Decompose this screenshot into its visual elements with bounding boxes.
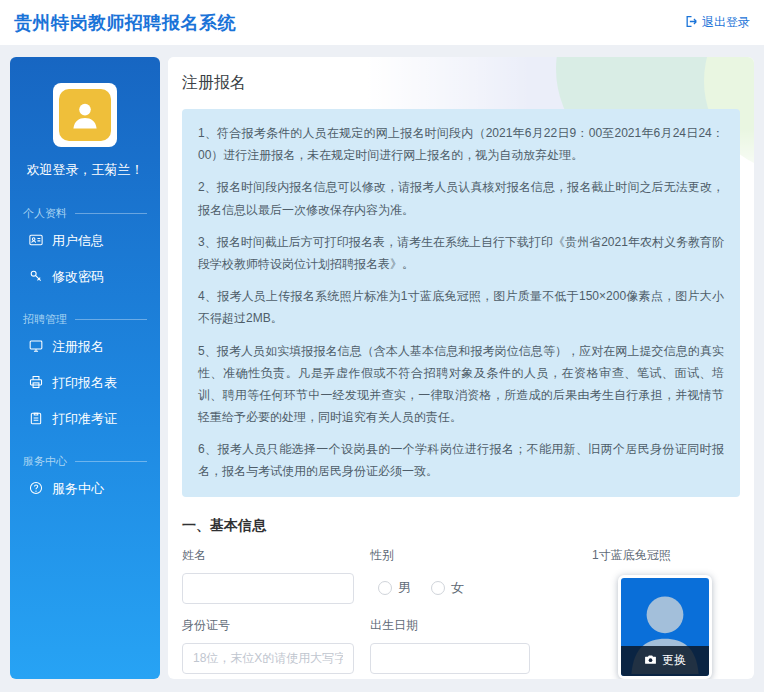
app-title: 贵州特岗教师招聘报名系统 bbox=[14, 11, 236, 35]
sidebar-item-user-info[interactable]: 用户信息 bbox=[23, 225, 147, 257]
page: 贵州特岗教师招聘报名系统 退出登录 欢迎登录，王菊兰！ 个人资料 用户信息 bbox=[0, 0, 764, 692]
name-field-group: 姓名 bbox=[182, 547, 370, 604]
sidebar-item-label: 修改密码 bbox=[52, 268, 104, 286]
nav-section-label: 个人资料 bbox=[23, 206, 147, 221]
question-icon bbox=[29, 481, 43, 498]
sidebar-item-label: 注册报名 bbox=[52, 338, 104, 356]
birth-date-label: 出生日期 bbox=[370, 617, 570, 634]
top-header: 贵州特岗教师招聘报名系统 退出登录 bbox=[0, 0, 764, 45]
sidebar-item-service-center[interactable]: 服务中心 bbox=[23, 473, 147, 505]
notice-paragraph: 2、报名时间段内报名信息可以修改，请报考人员认真核对报名信息，报名截止时间之后无… bbox=[198, 176, 724, 220]
nav-section-recruit: 招聘管理 注册报名 打印报名表 打印准考证 bbox=[23, 312, 147, 435]
logout-button[interactable]: 退出登录 bbox=[685, 14, 750, 31]
notice-paragraph: 1、符合报考条件的人员在规定的网上报名时间段内（2021年6月22日9：00至2… bbox=[198, 122, 724, 166]
avatar bbox=[53, 83, 117, 147]
sidebar-item-print-form[interactable]: 打印报名表 bbox=[23, 367, 147, 399]
sidebar-item-change-password[interactable]: 修改密码 bbox=[23, 261, 147, 293]
sidebar-item-register[interactable]: 注册报名 bbox=[23, 331, 147, 363]
badge-icon bbox=[29, 411, 43, 428]
section-title-basic-info: 一、基本信息 bbox=[182, 517, 740, 535]
birth-date-field-group: 出生日期 bbox=[370, 617, 570, 674]
notice-paragraph: 4、报考人员上传报名系统照片标准为1寸蓝底免冠照，图片质量不低于150×200像… bbox=[198, 285, 724, 329]
sidebar-item-label: 打印报名表 bbox=[52, 374, 117, 392]
gender-radio-male[interactable]: 男 bbox=[378, 579, 411, 597]
sidebar-item-label: 服务中心 bbox=[52, 480, 104, 498]
camera-icon bbox=[644, 652, 657, 670]
notice-paragraph: 5、报考人员如实填报报名信息（含本人基本信息和报考岗位信息等），应对在网上提交信… bbox=[198, 340, 724, 429]
nav-section-label: 服务中心 bbox=[23, 454, 147, 469]
printer-icon bbox=[29, 375, 43, 392]
name-label: 姓名 bbox=[182, 547, 370, 564]
photo-column: 1寸蓝底免冠照 更换 bbox=[592, 547, 752, 679]
radio-circle-icon bbox=[378, 581, 392, 595]
gender-field-group: 性别 男 女 bbox=[370, 547, 570, 604]
sidebar-item-label: 打印准考证 bbox=[52, 410, 117, 428]
logout-icon bbox=[685, 15, 698, 31]
main-panel: 注册报名 1、符合报考条件的人员在规定的网上报名时间段内（2021年6月22日9… bbox=[168, 57, 754, 679]
basic-info-form: 姓名 性别 男 女 身份证号 bbox=[182, 547, 740, 679]
nav-section-profile: 个人资料 用户信息 修改密码 bbox=[23, 206, 147, 293]
welcome-text: 欢迎登录，王菊兰！ bbox=[10, 161, 160, 179]
photo-replace-button[interactable]: 更换 bbox=[621, 646, 709, 676]
monitor-icon bbox=[29, 339, 43, 356]
nav-section-label: 招聘管理 bbox=[23, 312, 147, 327]
birth-date-input[interactable] bbox=[370, 643, 530, 674]
gender-label: 性别 bbox=[370, 547, 570, 564]
notice-paragraph: 3、报名时间截止后方可打印报名表，请考生在系统上自行下载打印《贵州省2021年农… bbox=[198, 231, 724, 275]
id-number-input[interactable] bbox=[182, 643, 354, 674]
id-card-icon bbox=[29, 233, 43, 250]
sidebar-item-label: 用户信息 bbox=[52, 232, 104, 250]
nav-section-service: 服务中心 服务中心 bbox=[23, 454, 147, 505]
sidebar: 欢迎登录，王菊兰！ 个人资料 用户信息 修改密码 招聘管理 注册报名 bbox=[10, 57, 160, 679]
name-input[interactable] bbox=[182, 573, 354, 604]
logout-label: 退出登录 bbox=[702, 14, 750, 31]
photo-preview[interactable]: 更换 bbox=[618, 575, 712, 679]
sidebar-nav: 个人资料 用户信息 修改密码 招聘管理 注册报名 打印报名表 bbox=[10, 179, 160, 505]
photo-label: 1寸蓝底免冠照 bbox=[592, 547, 752, 564]
gender-radio-female[interactable]: 女 bbox=[431, 579, 464, 597]
notice-paragraph: 6、报考人员只能选择一个设岗县的一个学科岗位进行报名；不能用新、旧两个居民身份证… bbox=[198, 438, 724, 482]
page-title: 注册报名 bbox=[182, 73, 740, 94]
id-number-label: 身份证号 bbox=[182, 617, 370, 634]
radio-circle-icon bbox=[431, 581, 445, 595]
id-number-field-group: 身份证号 bbox=[182, 617, 370, 674]
key-icon bbox=[29, 269, 43, 286]
notice-panel: 1、符合报考条件的人员在规定的网上报名时间段内（2021年6月22日9：00至2… bbox=[182, 109, 740, 497]
avatar-person-icon bbox=[59, 89, 111, 141]
sidebar-item-print-ticket[interactable]: 打印准考证 bbox=[23, 403, 147, 435]
